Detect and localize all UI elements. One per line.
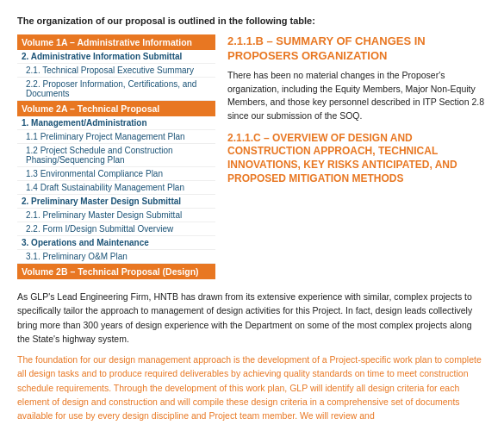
toc-header-vol1a: Volume 1A – Administrative Information <box>17 34 215 50</box>
toc-item-2-1b: 2.1. Preliminary Master Design Submittal <box>17 209 215 222</box>
toc-item-1-1: 1.1 Preliminary Project Management Plan <box>17 130 215 144</box>
section-1-heading: 2.1.1.B – SUMMARY OF CHANGES IN PROPOSER… <box>227 34 487 64</box>
intro-bold: The organization of our proposal is outl… <box>17 16 315 26</box>
main-layout: Volume 1A – Administrative Information 2… <box>17 34 487 279</box>
toc-column: Volume 1A – Administrative Information 2… <box>17 34 215 279</box>
toc-item-1: 1. Management/Administration <box>17 116 215 130</box>
section-2-heading: 2.1.1.C – OVERVIEW OF DESIGN AND CONSTRU… <box>227 132 487 185</box>
toc-item-3: 3. Operations and Maintenance <box>17 236 215 250</box>
toc-header-vol2b: Volume 2B – Technical Proposal (Design) <box>17 264 215 279</box>
bottom-para1: As GLP's Lead Engineering Firm, HNTB has… <box>17 290 487 346</box>
toc-item-2: 2. Administrative Information Submittal <box>17 50 215 64</box>
toc-item-3-1: 3.1. Preliminary O&M Plan <box>17 250 215 264</box>
toc-item-2-1: 2.1. Technical Proposal Executive Summar… <box>17 64 215 78</box>
section-1-body: There has been no material changes in th… <box>227 69 487 123</box>
bottom-text-area: As GLP's Lead Engineering Firm, HNTB has… <box>17 290 487 422</box>
toc-item-1-2: 1.2 Project Schedule and Construction Ph… <box>17 144 215 167</box>
toc-item-2-master: 2. Preliminary Master Design Submittal <box>17 195 215 209</box>
intro-text: The organization of our proposal is outl… <box>17 16 487 26</box>
toc-item-2-2: 2.2. Proposer Information, Certification… <box>17 78 215 101</box>
bottom-para2: The foundation for our design management… <box>17 353 487 422</box>
toc-item-1-4: 1.4 Draft Sustainability Management Plan <box>17 181 215 195</box>
toc-item-1-3: 1.3 Environmental Compliance Plan <box>17 167 215 181</box>
toc-item-2-2b: 2.2. Form I/Design Submittal Overview <box>17 222 215 236</box>
right-column: 2.1.1.B – SUMMARY OF CHANGES IN PROPOSER… <box>227 34 487 279</box>
toc-header-vol2a: Volume 2A – Technical Proposal <box>17 101 215 116</box>
